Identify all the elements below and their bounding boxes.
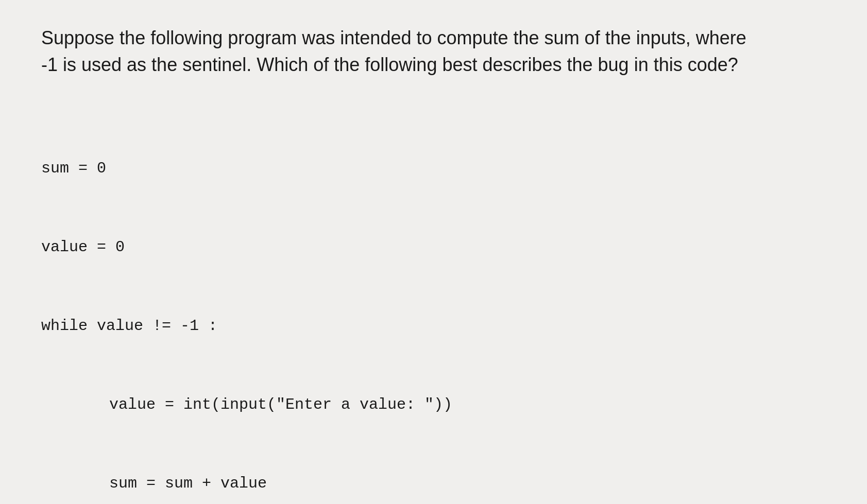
code-line-1: sum = 0	[41, 155, 762, 182]
main-container: Suppose the following program was intend…	[41, 25, 762, 504]
question-text: Suppose the following program was intend…	[41, 25, 762, 78]
code-line-2: value = 0	[41, 234, 762, 260]
code-line-4: value = int(input("Enter a value: "))	[41, 392, 762, 418]
code-line-5: sum = sum + value	[41, 471, 762, 497]
code-line-3: while value != -1 :	[41, 313, 762, 339]
code-block: sum = 0 value = 0 while value != -1 : va…	[41, 103, 762, 504]
